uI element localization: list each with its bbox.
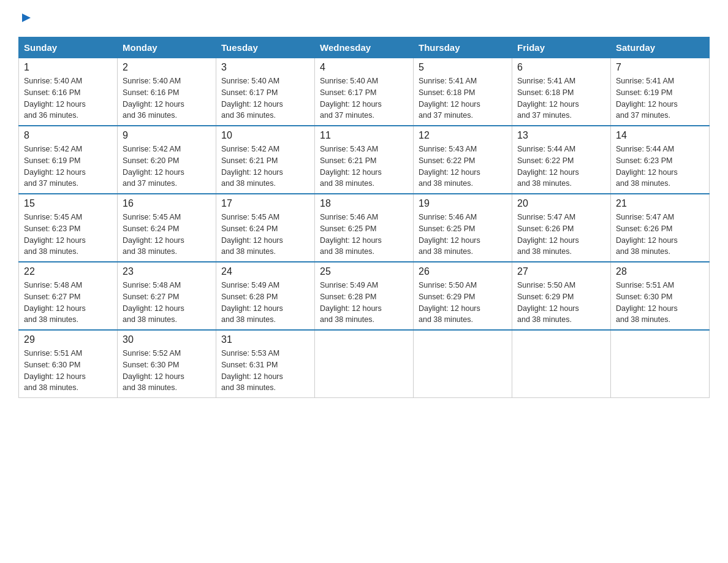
calendar-cell: [315, 330, 414, 398]
calendar-table: SundayMondayTuesdayWednesdayThursdayFrid…: [18, 37, 710, 398]
calendar-cell: 7Sunrise: 5:41 AMSunset: 6:19 PMDaylight…: [611, 58, 710, 126]
weekday-header-sunday: Sunday: [19, 37, 118, 58]
day-info: Sunrise: 5:40 AMSunset: 6:16 PMDaylight:…: [123, 75, 211, 121]
calendar-cell: 26Sunrise: 5:50 AMSunset: 6:29 PMDayligh…: [414, 262, 512, 330]
day-number: 2: [123, 62, 211, 73]
calendar-cell: 12Sunrise: 5:43 AMSunset: 6:22 PMDayligh…: [414, 126, 512, 194]
day-info: Sunrise: 5:49 AMSunset: 6:28 PMDaylight:…: [320, 280, 408, 326]
weekday-header-wednesday: Wednesday: [315, 37, 414, 58]
day-info: Sunrise: 5:42 AMSunset: 6:20 PMDaylight:…: [123, 144, 211, 190]
calendar-cell: 18Sunrise: 5:46 AMSunset: 6:25 PMDayligh…: [315, 194, 414, 262]
day-number: 20: [517, 198, 605, 209]
day-number: 1: [24, 62, 112, 73]
day-info: Sunrise: 5:40 AMSunset: 6:16 PMDaylight:…: [24, 75, 112, 121]
day-info: Sunrise: 5:46 AMSunset: 6:25 PMDaylight:…: [419, 212, 507, 258]
day-info: Sunrise: 5:41 AMSunset: 6:18 PMDaylight:…: [419, 75, 507, 121]
calendar-cell: 20Sunrise: 5:47 AMSunset: 6:26 PMDayligh…: [512, 194, 611, 262]
calendar-cell: 30Sunrise: 5:52 AMSunset: 6:30 PMDayligh…: [118, 330, 216, 398]
day-number: 7: [616, 62, 704, 73]
day-number: 6: [517, 62, 605, 73]
calendar-cell: 27Sunrise: 5:50 AMSunset: 6:29 PMDayligh…: [512, 262, 611, 330]
day-number: 10: [221, 130, 309, 141]
day-info: Sunrise: 5:46 AMSunset: 6:25 PMDaylight:…: [320, 212, 408, 258]
day-number: 30: [123, 334, 211, 345]
day-info: Sunrise: 5:53 AMSunset: 6:31 PMDaylight:…: [221, 348, 309, 394]
page-header: [18, 12, 710, 25]
weekday-header-thursday: Thursday: [414, 37, 512, 58]
day-info: Sunrise: 5:43 AMSunset: 6:22 PMDaylight:…: [419, 144, 507, 190]
weekday-header-monday: Monday: [118, 37, 216, 58]
day-info: Sunrise: 5:44 AMSunset: 6:22 PMDaylight:…: [517, 144, 605, 190]
weekday-header-row: SundayMondayTuesdayWednesdayThursdayFrid…: [19, 37, 710, 58]
calendar-cell: 10Sunrise: 5:42 AMSunset: 6:21 PMDayligh…: [216, 126, 315, 194]
calendar-cell: 13Sunrise: 5:44 AMSunset: 6:22 PMDayligh…: [512, 126, 611, 194]
calendar-cell: 31Sunrise: 5:53 AMSunset: 6:31 PMDayligh…: [216, 330, 315, 398]
calendar-cell: 5Sunrise: 5:41 AMSunset: 6:18 PMDaylight…: [414, 58, 512, 126]
day-number: 31: [221, 334, 309, 345]
day-number: 13: [517, 130, 605, 141]
calendar-cell: 21Sunrise: 5:47 AMSunset: 6:26 PMDayligh…: [611, 194, 710, 262]
calendar-week-row: 1Sunrise: 5:40 AMSunset: 6:16 PMDaylight…: [19, 58, 710, 126]
day-number: 19: [419, 198, 507, 209]
day-number: 23: [123, 266, 211, 277]
day-info: Sunrise: 5:50 AMSunset: 6:29 PMDaylight:…: [517, 280, 605, 326]
day-info: Sunrise: 5:51 AMSunset: 6:30 PMDaylight:…: [616, 280, 704, 326]
logo: [18, 12, 33, 25]
day-info: Sunrise: 5:45 AMSunset: 6:24 PMDaylight:…: [123, 212, 211, 258]
calendar-cell: 15Sunrise: 5:45 AMSunset: 6:23 PMDayligh…: [19, 194, 118, 262]
day-info: Sunrise: 5:40 AMSunset: 6:17 PMDaylight:…: [320, 75, 408, 121]
day-number: 24: [221, 266, 309, 277]
day-number: 9: [123, 130, 211, 141]
calendar-week-row: 8Sunrise: 5:42 AMSunset: 6:19 PMDaylight…: [19, 126, 710, 194]
day-number: 11: [320, 130, 408, 141]
calendar-cell: 29Sunrise: 5:51 AMSunset: 6:30 PMDayligh…: [19, 330, 118, 398]
day-number: 12: [419, 130, 507, 141]
day-number: 3: [221, 62, 309, 73]
calendar-cell: 4Sunrise: 5:40 AMSunset: 6:17 PMDaylight…: [315, 58, 414, 126]
day-info: Sunrise: 5:52 AMSunset: 6:30 PMDaylight:…: [123, 348, 211, 394]
day-number: 17: [221, 198, 309, 209]
day-info: Sunrise: 5:47 AMSunset: 6:26 PMDaylight:…: [517, 212, 605, 258]
day-info: Sunrise: 5:45 AMSunset: 6:24 PMDaylight:…: [221, 212, 309, 258]
day-info: Sunrise: 5:41 AMSunset: 6:19 PMDaylight:…: [616, 75, 704, 121]
day-info: Sunrise: 5:43 AMSunset: 6:21 PMDaylight:…: [320, 144, 408, 190]
logo-triangle-icon: [20, 11, 33, 25]
day-number: 14: [616, 130, 704, 141]
weekday-header-tuesday: Tuesday: [216, 37, 315, 58]
calendar-cell: 16Sunrise: 5:45 AMSunset: 6:24 PMDayligh…: [118, 194, 216, 262]
calendar-cell: 22Sunrise: 5:48 AMSunset: 6:27 PMDayligh…: [19, 262, 118, 330]
day-info: Sunrise: 5:50 AMSunset: 6:29 PMDaylight:…: [419, 280, 507, 326]
day-number: 18: [320, 198, 408, 209]
calendar-cell: 11Sunrise: 5:43 AMSunset: 6:21 PMDayligh…: [315, 126, 414, 194]
day-info: Sunrise: 5:49 AMSunset: 6:28 PMDaylight:…: [221, 280, 309, 326]
day-info: Sunrise: 5:41 AMSunset: 6:18 PMDaylight:…: [517, 75, 605, 121]
calendar-week-row: 22Sunrise: 5:48 AMSunset: 6:27 PMDayligh…: [19, 262, 710, 330]
day-info: Sunrise: 5:44 AMSunset: 6:23 PMDaylight:…: [616, 144, 704, 190]
calendar-cell: 3Sunrise: 5:40 AMSunset: 6:17 PMDaylight…: [216, 58, 315, 126]
day-info: Sunrise: 5:51 AMSunset: 6:30 PMDaylight:…: [24, 348, 112, 394]
day-number: 4: [320, 62, 408, 73]
day-number: 22: [24, 266, 112, 277]
calendar-cell: 1Sunrise: 5:40 AMSunset: 6:16 PMDaylight…: [19, 58, 118, 126]
calendar-cell: 9Sunrise: 5:42 AMSunset: 6:20 PMDaylight…: [118, 126, 216, 194]
calendar-cell: 19Sunrise: 5:46 AMSunset: 6:25 PMDayligh…: [414, 194, 512, 262]
day-info: Sunrise: 5:48 AMSunset: 6:27 PMDaylight:…: [24, 280, 112, 326]
day-number: 28: [616, 266, 704, 277]
calendar-cell: 24Sunrise: 5:49 AMSunset: 6:28 PMDayligh…: [216, 262, 315, 330]
day-number: 29: [24, 334, 112, 345]
day-number: 27: [517, 266, 605, 277]
calendar-cell: [512, 330, 611, 398]
weekday-header-saturday: Saturday: [611, 37, 710, 58]
day-info: Sunrise: 5:42 AMSunset: 6:21 PMDaylight:…: [221, 144, 309, 190]
calendar-cell: 6Sunrise: 5:41 AMSunset: 6:18 PMDaylight…: [512, 58, 611, 126]
calendar-week-row: 29Sunrise: 5:51 AMSunset: 6:30 PMDayligh…: [19, 330, 710, 398]
day-number: 26: [419, 266, 507, 277]
calendar-week-row: 15Sunrise: 5:45 AMSunset: 6:23 PMDayligh…: [19, 194, 710, 262]
day-number: 16: [123, 198, 211, 209]
weekday-header-friday: Friday: [512, 37, 611, 58]
day-number: 15: [24, 198, 112, 209]
calendar-cell: 14Sunrise: 5:44 AMSunset: 6:23 PMDayligh…: [611, 126, 710, 194]
calendar-cell: [414, 330, 512, 398]
calendar-cell: 28Sunrise: 5:51 AMSunset: 6:30 PMDayligh…: [611, 262, 710, 330]
day-number: 21: [616, 198, 704, 209]
